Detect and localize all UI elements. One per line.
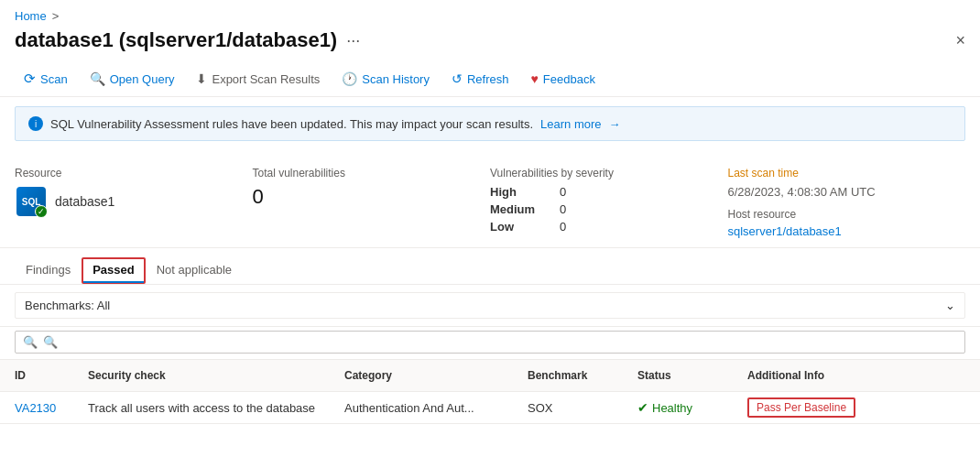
tab-findings[interactable]: Findings — [15, 257, 82, 284]
info-icon: i — [28, 116, 43, 131]
medium-row: Medium 0 — [490, 202, 710, 216]
search-input[interactable] — [43, 335, 957, 349]
export-icon: ⬇ — [196, 71, 207, 86]
check-icon: ✓ — [35, 205, 48, 218]
query-icon: 🔍 — [90, 71, 105, 86]
close-button[interactable]: × — [955, 31, 965, 50]
row-category: Authentication And Aut... — [344, 401, 528, 415]
tab-passed[interactable]: Passed — [82, 257, 146, 284]
row-benchmark: SOX — [528, 401, 637, 415]
learn-more-link[interactable]: Learn more — [540, 117, 601, 131]
low-row: Low 0 — [490, 220, 710, 234]
ellipsis-menu[interactable]: ··· — [346, 31, 360, 50]
feedback-icon: ♥ — [530, 71, 538, 86]
row-id[interactable]: VA2130 — [15, 401, 88, 415]
total-vuln-label: Total vulnerabilities — [253, 167, 473, 180]
host-label: Host resource — [728, 208, 948, 221]
search-container: 🔍 — [15, 331, 965, 354]
stats-row: Resource SQL ✓ database1 Total vulnerabi… — [0, 150, 980, 248]
history-icon: 🕐 — [342, 71, 357, 86]
high-row: High 0 — [490, 185, 710, 199]
info-banner: i SQL Vulnerability Assessment rules hav… — [15, 106, 965, 141]
scan-history-label: Scan History — [362, 72, 430, 86]
open-query-label: Open Query — [110, 72, 175, 86]
status-text: Healthy — [652, 401, 692, 415]
scan-icon: ⟳ — [24, 71, 36, 87]
col-security-check: Security check — [88, 365, 344, 386]
resource-row: SQL ✓ database1 — [15, 185, 234, 218]
col-category: Category — [344, 365, 528, 386]
page-title-bar: database1 (sqlserver1/database1) ··· × — [0, 27, 980, 61]
feedback-button[interactable]: ♥ Feedback — [521, 68, 604, 90]
tab-not-applicable[interactable]: Not applicable — [146, 257, 243, 284]
last-scan-stat: Last scan time 6/28/2023, 4:08:30 AM UTC… — [728, 167, 966, 238]
high-value: 0 — [560, 185, 566, 199]
col-status: Status — [637, 365, 747, 386]
sql-icon: SQL ✓ — [15, 185, 48, 218]
low-label: Low — [490, 220, 545, 234]
col-additional-info: Additional Info — [747, 365, 965, 386]
scan-label: Scan — [40, 72, 68, 86]
total-vuln-value: 0 — [253, 185, 473, 209]
host-link[interactable]: sqlserver1/database1 — [728, 224, 842, 238]
filter-label: Benchmarks: All — [25, 299, 110, 312]
low-value: 0 — [560, 220, 566, 234]
va2130-link[interactable]: VA2130 — [15, 401, 56, 415]
breadcrumb: Home > — [0, 0, 980, 27]
breadcrumb-separator: > — [52, 9, 60, 23]
pass-baseline-badge: Pass Per Baseline — [747, 397, 855, 418]
table-header: ID Security check Category Benchmark Sta… — [0, 360, 980, 392]
scan-history-button[interactable]: 🕐 Scan History — [332, 68, 439, 90]
high-label: High — [490, 185, 545, 199]
resource-stat: Resource SQL ✓ database1 — [15, 167, 253, 238]
arrow-icon: → — [609, 117, 621, 131]
col-id: ID — [15, 365, 88, 386]
open-query-button[interactable]: 🔍 Open Query — [81, 68, 184, 90]
row-additional-info: Pass Per Baseline — [747, 397, 965, 418]
banner-message: SQL Vulnerability Assessment rules have … — [50, 117, 533, 131]
healthy-icon: ✔ — [637, 400, 648, 415]
medium-value: 0 — [560, 202, 566, 216]
page-title: database1 (sqlserver1/database1) — [15, 28, 337, 52]
table-row: VA2130 Track all users with access to th… — [0, 392, 980, 424]
toolbar: ⟳ Scan 🔍 Open Query ⬇ Export Scan Result… — [0, 61, 980, 97]
chevron-down-icon: ⌄ — [945, 299, 955, 312]
filter-row: Benchmarks: All ⌄ — [0, 285, 980, 327]
last-scan-label: Last scan time — [728, 167, 948, 180]
feedback-label: Feedback — [543, 72, 595, 86]
scan-button[interactable]: ⟳ Scan — [15, 67, 77, 91]
last-scan-value: 6/28/2023, 4:08:30 AM UTC — [728, 185, 948, 199]
severity-stat: Vulnerabilities by severity High 0 Mediu… — [490, 167, 728, 238]
refresh-label: Refresh — [467, 72, 509, 86]
breadcrumb-home[interactable]: Home — [15, 9, 47, 23]
export-label: Export Scan Results — [212, 72, 320, 86]
resource-name: database1 — [55, 194, 114, 209]
search-icon: 🔍 — [23, 335, 38, 349]
medium-label: Medium — [490, 202, 545, 216]
resource-label: Resource — [15, 167, 234, 180]
severity-label: Vulnerabilities by severity — [490, 167, 710, 180]
benchmarks-filter[interactable]: Benchmarks: All ⌄ — [15, 292, 965, 319]
refresh-button[interactable]: ↺ Refresh — [442, 68, 518, 90]
row-security-check: Track all users with access to the datab… — [88, 401, 344, 415]
tabs-row: Findings Passed Not applicable — [0, 248, 980, 285]
export-button[interactable]: ⬇ Export Scan Results — [187, 68, 329, 90]
col-benchmark: Benchmark — [528, 365, 637, 386]
row-status: ✔ Healthy — [637, 400, 747, 415]
total-vuln-stat: Total vulnerabilities 0 — [253, 167, 491, 238]
refresh-icon: ↺ — [452, 71, 463, 86]
search-row: 🔍 — [0, 327, 980, 360]
